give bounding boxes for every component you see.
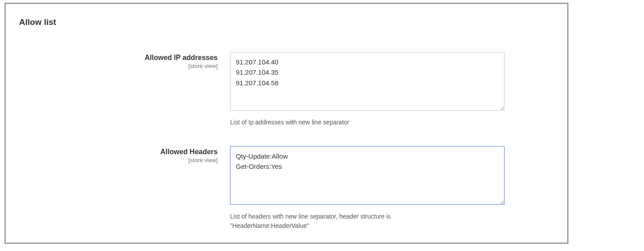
allowed-headers-label: Allowed Headers xyxy=(19,148,218,156)
allowed-headers-scope: [store view] xyxy=(19,157,218,163)
field-input-col: List of Ip addresses with new line separ… xyxy=(230,52,505,127)
field-allowed-ip: Allowed IP addresses [store view] List o… xyxy=(19,52,549,127)
field-label-col: Allowed Headers [store view] xyxy=(19,146,230,163)
field-allowed-headers: Allowed Headers [store view] List of hea… xyxy=(19,146,549,231)
allowed-ip-textarea[interactable] xyxy=(230,52,505,111)
allowed-ip-help: List of Ip addresses with new line separ… xyxy=(230,118,461,127)
allowed-ip-label: Allowed IP addresses xyxy=(19,54,218,62)
section-title: Allow list xyxy=(19,17,549,27)
allowed-headers-textarea[interactable] xyxy=(230,146,505,205)
allowed-headers-help: List of headers with new line separator,… xyxy=(230,212,461,231)
allowed-ip-scope: [store view] xyxy=(19,63,218,69)
field-label-col: Allowed IP addresses [store view] xyxy=(19,52,230,69)
allow-list-panel: Allow list Allowed IP addresses [store v… xyxy=(4,3,568,244)
field-input-col: List of headers with new line separator,… xyxy=(230,146,505,231)
